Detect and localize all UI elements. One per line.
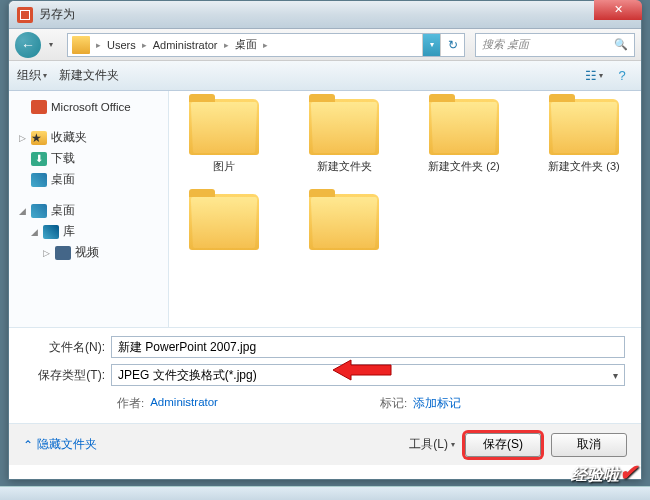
dialog-footer: ⌃隐藏文件夹 工具(L)▾ 保存(S) 取消 [9, 423, 641, 465]
view-options-button[interactable]: ☷▾ [583, 66, 605, 86]
command-bar: 组织▾ 新建文件夹 ☷▾ ? [9, 61, 641, 91]
breadcrumb-admin[interactable]: Administrator [149, 39, 222, 51]
titlebar[interactable]: 另存为 ✕ [9, 1, 641, 29]
breadcrumb-users[interactable]: Users [103, 39, 140, 51]
office-icon [31, 100, 47, 114]
taskbar [0, 486, 650, 500]
folder-item[interactable] [179, 194, 269, 254]
form-panel: 文件名(N): 新建 PowerPoint 2007.jpg 保存类型(T): … [9, 327, 641, 423]
sidebar-item-videos[interactable]: ▷视频 [13, 242, 164, 263]
cancel-button[interactable]: 取消 [551, 433, 627, 457]
chevron-right-icon[interactable]: ▸ [222, 40, 231, 50]
chevron-up-icon: ⌃ [23, 438, 33, 452]
help-button[interactable]: ? [611, 66, 633, 86]
chevron-right-icon[interactable]: ▸ [261, 40, 270, 50]
save-as-dialog: 另存为 ✕ ← ▾ ▸ Users ▸ Administrator ▸ 桌面 ▸… [8, 0, 642, 480]
tools-menu[interactable]: 工具(L)▾ [409, 436, 455, 453]
tags-value[interactable]: 添加标记 [413, 396, 461, 411]
nav-pane: Microsoft Office ▷★收藏夹 ⬇下载 桌面 ◢桌面 ◢库 ▷视频 [9, 91, 169, 327]
sidebar-item-desktop[interactable]: 桌面 [13, 169, 164, 190]
window-title: 另存为 [39, 6, 75, 23]
desktop-icon [31, 204, 47, 218]
file-list[interactable]: 图片 新建文件夹 新建文件夹 (2) 新建文件夹 (3) [169, 91, 641, 327]
folder-new2[interactable]: 新建文件夹 (2) [419, 99, 509, 174]
breadcrumb-desktop[interactable]: 桌面 [231, 37, 261, 52]
back-button[interactable]: ← [15, 32, 41, 58]
sidebar-item-libraries[interactable]: ◢库 [13, 221, 164, 242]
author-value[interactable]: Administrator [150, 396, 218, 411]
sidebar-item-favorites[interactable]: ▷★收藏夹 [13, 127, 164, 148]
search-icon: 🔍 [614, 38, 628, 51]
desktop-icon [31, 173, 47, 187]
search-input[interactable]: 搜索 桌面 🔍 [475, 33, 635, 57]
folder-item[interactable] [299, 194, 389, 254]
video-icon [55, 246, 71, 260]
search-placeholder: 搜索 桌面 [482, 37, 529, 52]
close-button[interactable]: ✕ [594, 0, 642, 20]
chevron-right-icon[interactable]: ▸ [140, 40, 149, 50]
download-icon: ⬇ [31, 152, 47, 166]
folder-icon [72, 36, 90, 54]
hide-folders-toggle[interactable]: ⌃隐藏文件夹 [23, 436, 97, 453]
save-button[interactable]: 保存(S) [465, 433, 541, 457]
address-bar[interactable]: ▸ Users ▸ Administrator ▸ 桌面 ▸ ▾ ↻ [67, 33, 465, 57]
author-label: 作者: [117, 396, 144, 411]
app-icon [17, 7, 33, 23]
star-icon: ★ [31, 131, 47, 145]
filename-input[interactable]: 新建 PowerPoint 2007.jpg [111, 336, 625, 358]
sidebar-item-downloads[interactable]: ⬇下载 [13, 148, 164, 169]
nav-history-dropdown[interactable]: ▾ [45, 35, 57, 55]
folder-new1[interactable]: 新建文件夹 [299, 99, 389, 174]
filetype-label: 保存类型(T): [25, 367, 111, 384]
address-dropdown[interactable]: ▾ [422, 34, 440, 56]
filename-label: 文件名(N): [25, 339, 111, 356]
sidebar-item-desktop2[interactable]: ◢桌面 [13, 200, 164, 221]
folder-new3[interactable]: 新建文件夹 (3) [539, 99, 629, 174]
chevron-right-icon[interactable]: ▸ [94, 40, 103, 50]
organize-menu[interactable]: 组织▾ [17, 67, 47, 84]
new-folder-button[interactable]: 新建文件夹 [59, 67, 119, 84]
nav-toolbar: ← ▾ ▸ Users ▸ Administrator ▸ 桌面 ▸ ▾ ↻ 搜… [9, 29, 641, 61]
tags-label: 标记: [380, 396, 407, 411]
refresh-button[interactable]: ↻ [440, 34, 464, 56]
folder-pictures[interactable]: 图片 [179, 99, 269, 174]
filetype-combo[interactable]: JPEG 文件交换格式(*.jpg) [111, 364, 625, 386]
library-icon [43, 225, 59, 239]
sidebar-item-office[interactable]: Microsoft Office [13, 97, 164, 117]
